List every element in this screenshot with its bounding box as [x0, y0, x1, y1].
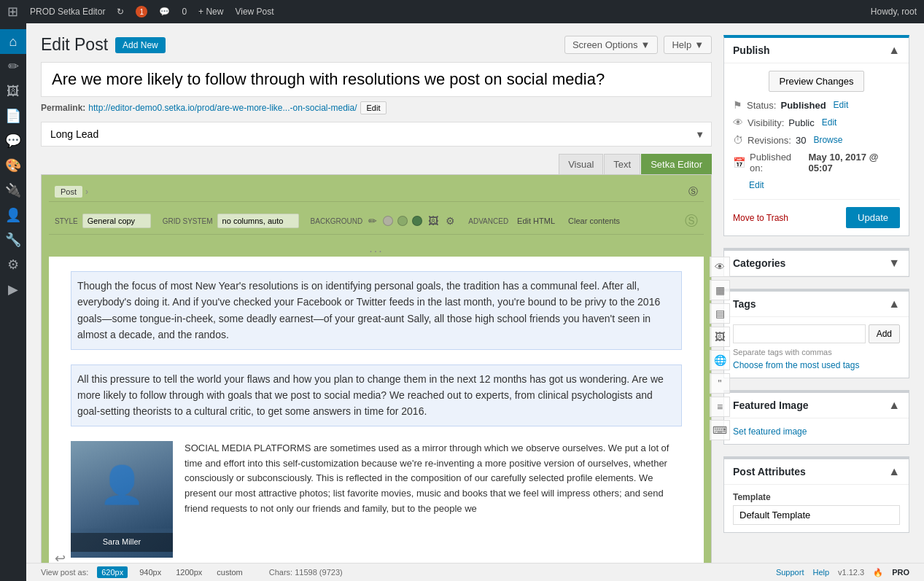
- size-620-badge[interactable]: 620px: [97, 566, 128, 578]
- categories-toggle-icon[interactable]: ▼: [888, 257, 900, 270]
- sidebar-item-dashboard[interactable]: ⌂: [0, 29, 26, 54]
- table-icon[interactable]: ▤: [710, 303, 730, 324]
- set-featured-image-link[interactable]: Set featured image: [733, 426, 807, 437]
- move-trash-link[interactable]: Move to Trash: [733, 213, 788, 223]
- publish-metabox-header[interactable]: Publish ▲: [724, 38, 909, 63]
- published-date-edit-link[interactable]: Edit: [749, 180, 764, 190]
- style-label: Style: [55, 217, 78, 225]
- status-edit-link[interactable]: Edit: [834, 100, 849, 110]
- sidebar-item-setka[interactable]: ▶: [0, 277, 26, 302]
- tags-metabox-header[interactable]: Tags ▲: [724, 292, 909, 317]
- content-para-3[interactable]: SOCIAL MEDIA PLATFORMS are sometimes use…: [185, 441, 682, 558]
- editor-area: Edit Post Add New Screen Options ▼ Help …: [41, 35, 712, 580]
- list-icon[interactable]: ≡: [710, 397, 730, 417]
- version-label: v1.12.3: [838, 568, 864, 577]
- tab-text[interactable]: Text: [604, 154, 640, 174]
- featured-image-metabox-header[interactable]: Featured Image ▲: [724, 393, 909, 418]
- site-name[interactable]: PROD Setka Editor: [30, 7, 105, 17]
- post-attributes-toggle-icon[interactable]: ▲: [888, 465, 900, 478]
- visibility-row: 👁 Visibility: Public Edit: [733, 117, 900, 128]
- right-column: Publish ▲ Preview Changes ⚑ Status: Publ…: [723, 35, 909, 580]
- view-post-link[interactable]: View Post: [235, 7, 273, 17]
- settings-icon[interactable]: ⚙: [444, 214, 457, 228]
- format-select[interactable]: Long Lead: [41, 122, 712, 147]
- clear-contents-button[interactable]: Clear contents: [564, 215, 624, 227]
- image-block-icon[interactable]: 🖼: [710, 327, 730, 347]
- categories-metabox-header[interactable]: Categories ▼: [724, 251, 909, 276]
- size-1200-button[interactable]: 1200px: [173, 566, 205, 578]
- add-tag-button[interactable]: Add: [869, 324, 900, 343]
- post-attributes-metabox-content: Template Default Template: [724, 485, 909, 532]
- keyboard-icon[interactable]: ⌨: [710, 420, 730, 440]
- screen-options-button[interactable]: Screen Options ▼: [564, 36, 658, 54]
- preview-changes-button[interactable]: Preview Changes: [769, 71, 865, 92]
- visibility-edit-link[interactable]: Edit: [822, 117, 837, 128]
- permalink-url[interactable]: http://editor-demo0.setka.io/prod/are-we…: [88, 103, 357, 113]
- revisions-browse-link[interactable]: Browse: [813, 135, 842, 145]
- left-sidebar: ⌂ ✏ 🖼 📄 💬 🎨 🔌 👤 🔧 ⚙ ▶: [0, 23, 26, 581]
- sidebar-item-plugins[interactable]: 🔌: [0, 178, 26, 203]
- tags-metabox-content: Add Separate tags with commas Choose fro…: [724, 317, 909, 378]
- permalink-label: Permalink:: [41, 103, 85, 113]
- post-attributes-metabox-header[interactable]: Post Attributes ▲: [724, 459, 909, 485]
- sidebar-item-media[interactable]: 🖼: [0, 79, 26, 104]
- publish-metabox: Publish ▲ Preview Changes ⚑ Status: Publ…: [723, 35, 909, 236]
- comments-icon[interactable]: 💬: [159, 7, 170, 17]
- status-value: Published: [780, 100, 826, 111]
- style-select[interactable]: General copy: [82, 214, 151, 228]
- publish-title: Publish: [733, 44, 770, 56]
- featured-image-toggle-icon[interactable]: ▲: [888, 399, 900, 412]
- updates-icon[interactable]: ↻: [117, 7, 124, 17]
- visibility-icon[interactable]: 👁: [710, 257, 730, 277]
- help-button[interactable]: Help ▼: [664, 36, 712, 54]
- status-icon: ⚑: [733, 99, 742, 111]
- content-para-2[interactable]: All this pressure to tell the world your…: [71, 364, 682, 426]
- breadcrumb-arrow-icon: ›: [85, 187, 88, 197]
- sidebar-item-pages[interactable]: 📄: [0, 104, 26, 128]
- sidebar-item-comments[interactable]: 💬: [0, 128, 26, 153]
- post-title-input[interactable]: [41, 62, 712, 97]
- sidebar-item-settings[interactable]: ⚙: [0, 252, 26, 277]
- background-label: Background: [311, 217, 363, 225]
- size-940-button[interactable]: 940px: [136, 566, 164, 578]
- sidebar-item-tools[interactable]: 🔧: [0, 227, 26, 252]
- sidebar-item-posts[interactable]: ✏: [0, 54, 26, 79]
- publish-toggle-icon[interactable]: ▲: [888, 44, 900, 57]
- help-link[interactable]: Help: [812, 568, 829, 577]
- layout-icon[interactable]: ▦: [710, 280, 730, 300]
- tags-toggle-icon[interactable]: ▲: [888, 297, 900, 311]
- update-button[interactable]: Update: [846, 207, 900, 228]
- globe-icon[interactable]: 🌐: [710, 350, 730, 370]
- image-caption: Sara Miller: [71, 533, 173, 552]
- published-label: Published on:: [750, 152, 804, 173]
- quote-icon[interactable]: ": [710, 373, 730, 394]
- setka-content-area[interactable]: Though the focus of most New Year's reso…: [49, 257, 704, 572]
- tab-setka-editor[interactable]: Setka Editor: [641, 154, 712, 174]
- add-new-button[interactable]: Add New: [115, 37, 166, 53]
- color-dot-gray: [383, 216, 393, 226]
- image-icon[interactable]: 🖼: [427, 214, 440, 228]
- setka-ellipsis: ...: [49, 241, 704, 257]
- publish-metabox-content: Preview Changes ⚑ Status: Published Edit…: [724, 63, 909, 235]
- support-link[interactable]: Support: [776, 568, 804, 577]
- sidebar-item-users[interactable]: 👤: [0, 203, 26, 227]
- tags-title: Tags: [733, 298, 756, 310]
- sidebar-item-appearance[interactable]: 🎨: [0, 153, 26, 178]
- content-side-icons: 👁 ▦ ▤ 🖼 🌐 " ≡ ⌨: [710, 257, 730, 440]
- choose-tags-link[interactable]: Choose from the most used tags: [733, 360, 859, 370]
- published-date: May 10, 2017 @ 05:07: [809, 152, 900, 173]
- background-pencil-icon[interactable]: ✏: [367, 214, 378, 228]
- permalink-edit-button[interactable]: Edit: [360, 101, 387, 114]
- pro-label: PRO: [892, 568, 909, 577]
- edit-html-button[interactable]: Edit HTML: [513, 215, 559, 227]
- content-para-1[interactable]: Though the focus of most New Year's reso…: [71, 271, 682, 350]
- template-select[interactable]: Default Template: [733, 505, 900, 525]
- tab-visual[interactable]: Visual: [559, 154, 603, 174]
- breadcrumb-post: Post: [55, 186, 82, 198]
- grid-select[interactable]: no columns, auto: [217, 214, 299, 228]
- tags-input[interactable]: [733, 324, 866, 343]
- main-content: Edit Post Add New Screen Options ▼ Help …: [26, 23, 924, 581]
- new-post-link[interactable]: + New: [198, 7, 223, 17]
- editor-tabs: Visual Text Setka Editor: [41, 154, 712, 174]
- size-custom-button[interactable]: custom: [214, 566, 245, 578]
